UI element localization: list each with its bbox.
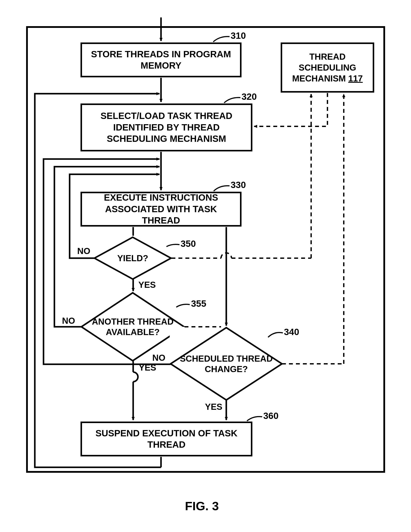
box-suspend-execution: SUSPEND EXECUTION OF TASK THREAD xyxy=(81,422,252,456)
ref-330: 330 xyxy=(231,180,246,190)
diamond-another-thread: ANOTHER THREAD AVAILABLE? xyxy=(81,292,185,362)
label-no-355: NO xyxy=(62,316,75,326)
ref-320: 320 xyxy=(241,92,257,102)
ref-340: 340 xyxy=(284,327,299,337)
figure-caption: FIG. 3 xyxy=(185,499,219,513)
ref-310: 310 xyxy=(231,30,246,41)
tsm-ref-number: 117 xyxy=(348,74,363,83)
label-no-350: NO xyxy=(77,246,90,256)
label-yes-350: YES xyxy=(138,280,156,290)
ref-355: 355 xyxy=(191,298,206,309)
diamond-yield: YIELD? xyxy=(93,236,172,280)
box-thread-scheduling-mechanism: THREAD SCHEDULING MECHANISM 117 xyxy=(281,42,374,93)
diamond-scheduled-change-label: SCHEDULED THREAD CHANGE? xyxy=(170,327,283,401)
diamond-yield-label: YIELD? xyxy=(93,236,172,280)
diamond-another-thread-label: ANOTHER THREAD AVAILABLE? xyxy=(81,292,185,362)
label-no-340: NO xyxy=(152,353,165,363)
label-yes-340: YES xyxy=(205,402,222,412)
ref-360: 360 xyxy=(263,411,278,421)
box-store-threads: STORE THREADS IN PROGRAM MEMORY xyxy=(81,42,241,77)
ref-350: 350 xyxy=(181,238,196,249)
box-select-load-task: SELECT/LOAD TASK THREAD IDENTIFIED BY TH… xyxy=(81,104,252,152)
tsm-text: THREAD SCHEDULING MECHANISM xyxy=(292,52,356,83)
diagram-canvas: STORE THREADS IN PROGRAM MEMORY THREAD S… xyxy=(0,0,411,532)
box-execute-instructions: EXECUTE INSTRUCTIONS ASSOCIATED WITH TAS… xyxy=(81,192,241,227)
label-yes-355: YES xyxy=(139,363,156,372)
diamond-scheduled-change: SCHEDULED THREAD CHANGE? xyxy=(170,327,283,401)
